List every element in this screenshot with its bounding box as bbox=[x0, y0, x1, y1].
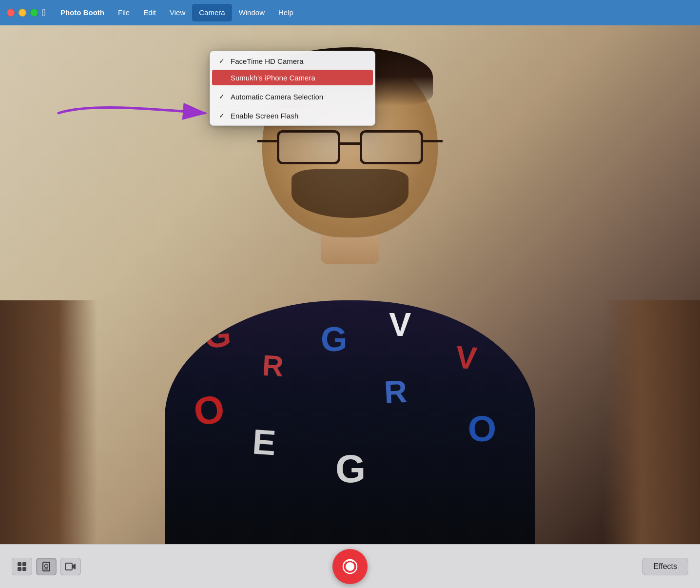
camera-dropdown-menu: ✓ FaceTime HD Camera Sumukh's iPhone Cam… bbox=[210, 51, 375, 126]
svg-rect-8 bbox=[65, 563, 72, 570]
window-controls bbox=[7, 0, 38, 25]
menu-divider-1 bbox=[210, 87, 375, 87]
svg-rect-3 bbox=[18, 567, 21, 571]
menu-item-view[interactable]: View bbox=[163, 4, 192, 21]
menu-item-help[interactable]: Help bbox=[272, 4, 300, 21]
portrait-view-button[interactable] bbox=[36, 558, 57, 575]
menu-item-file[interactable]: File bbox=[111, 4, 136, 21]
menu-item-camera[interactable]: Camera bbox=[192, 4, 232, 21]
svg-point-10 bbox=[346, 562, 354, 571]
svg-rect-1 bbox=[18, 562, 21, 566]
menu-item-window[interactable]: Window bbox=[232, 4, 272, 21]
camera-menu-item-iphone[interactable]: Sumukh's iPhone Camera bbox=[212, 70, 373, 85]
svg-rect-2 bbox=[22, 562, 26, 566]
close-button[interactable] bbox=[7, 9, 15, 17]
menu-item-edit[interactable]: Edit bbox=[136, 4, 163, 21]
iphone-camera-label: Sumukh's iPhone Camera bbox=[231, 74, 315, 82]
camera-menu-item-flash[interactable]: ✓ Enable Screen Flash bbox=[210, 108, 375, 123]
svg-rect-5 bbox=[43, 562, 50, 571]
apple-logo-icon[interactable]:  bbox=[37, 6, 51, 20]
menu-item-photo-booth[interactable]: Photo Booth bbox=[54, 4, 111, 21]
checkmark-placeholder bbox=[219, 74, 229, 81]
checkmark-icon-3: ✓ bbox=[219, 112, 229, 119]
menubar:  Photo Booth File Edit View Camera Wind… bbox=[0, 0, 700, 25]
effects-button[interactable]: Effects bbox=[642, 558, 688, 575]
checkmark-icon: ✓ bbox=[219, 57, 229, 65]
toolbar-left bbox=[12, 558, 81, 575]
auto-camera-label: Automatic Camera Selection bbox=[231, 93, 323, 101]
main-content: G R O V G R O V E G bbox=[0, 25, 700, 588]
camera-menu-item-auto[interactable]: ✓ Automatic Camera Selection bbox=[210, 89, 375, 104]
menu-divider-2 bbox=[210, 106, 375, 106]
camera-menu-item-label: FaceTime HD Camera bbox=[231, 57, 303, 65]
video-view-button[interactable] bbox=[60, 558, 81, 575]
menu-items:  Photo Booth File Edit View Camera Wind… bbox=[37, 4, 692, 21]
screen-flash-label: Enable Screen Flash bbox=[231, 112, 298, 120]
camera-menu-item-facetime[interactable]: ✓ FaceTime HD Camera bbox=[210, 53, 375, 69]
svg-rect-4 bbox=[22, 567, 26, 571]
svg-rect-7 bbox=[44, 568, 48, 569]
grid-view-button[interactable] bbox=[12, 558, 32, 575]
capture-button[interactable] bbox=[332, 549, 368, 584]
maximize-button[interactable] bbox=[30, 9, 38, 17]
checkmark-icon-2: ✓ bbox=[219, 93, 229, 100]
svg-point-6 bbox=[45, 564, 48, 568]
bottom-toolbar: Effects bbox=[0, 544, 700, 588]
minimize-button[interactable] bbox=[19, 9, 26, 17]
